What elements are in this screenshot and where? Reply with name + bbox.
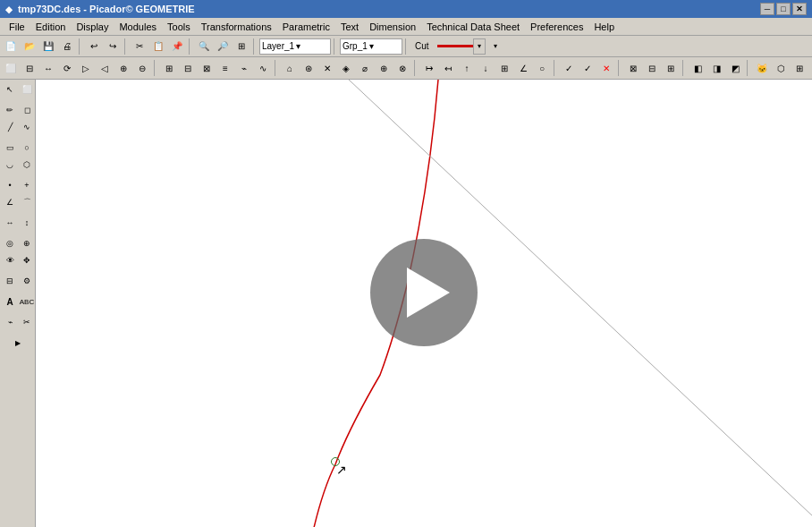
menu-item-file[interactable]: File [4,20,30,34]
tb2-btn7[interactable]: ⊕ [114,59,132,77]
tb2-btn3[interactable]: ↔ [39,59,57,77]
tb2-btn1[interactable]: ⬜ [2,59,20,77]
copy-button[interactable]: 📋 [149,38,167,55]
circle-tool[interactable]: ○ [19,140,35,156]
line-tool[interactable]: ╱ [2,119,18,135]
layer-chevron[interactable]: ▾ [296,41,300,51]
erase-tool[interactable]: ◻ [19,102,35,118]
tb2-btn35[interactable]: ◧ [689,59,706,77]
menu-item-technical-data-sheet[interactable]: Technical Data Sheet [421,20,525,34]
tb2-btn32[interactable]: ⊠ [624,59,642,77]
canvas-area[interactable]: ↗ [36,80,812,527]
move-tool[interactable]: ✥ [19,252,35,268]
angle-tool[interactable]: ∠ [2,194,18,210]
cut-expand[interactable]: ▾ [486,38,504,55]
tb2-btn15[interactable]: ⌂ [281,59,299,77]
group-chevron[interactable]: ▾ [369,41,374,51]
new-button[interactable]: 📄 [2,38,20,55]
menu-item-display[interactable]: Display [71,20,114,34]
play-button[interactable] [370,239,478,346]
cut-line-dropdown[interactable]: ▾ [473,38,486,55]
gear-tool[interactable]: ⚙ [19,273,35,289]
menu-item-edition[interactable]: Edition [30,20,72,34]
cut-button[interactable]: ✂ [131,38,148,55]
undo-button[interactable]: ↩ [85,38,103,55]
menu-item-tools[interactable]: Tools [162,20,196,34]
rect-tool[interactable]: ▭ [2,140,18,156]
text-tool[interactable]: A [2,293,18,310]
poly-tool[interactable]: ⬡ [19,157,35,173]
zoom-in-button[interactable]: 🔍 [195,38,213,55]
cut-scissors-tool[interactable]: ✂ [19,314,35,330]
tb2-btn25[interactable]: ↓ [477,59,495,77]
tb2-btn21[interactable]: ⊗ [393,59,411,77]
eye-tool[interactable]: 👁 [2,252,18,268]
menu-item-text[interactable]: Text [335,20,364,34]
tb2-btn20[interactable]: ⊕ [375,59,393,77]
paste-button[interactable]: 📌 [168,38,186,55]
group-dropdown[interactable]: Grp_1 ▾ [340,38,402,55]
tb2-btn24[interactable]: ↑ [458,59,476,77]
zoom-fit-button[interactable]: ⊞ [233,38,250,55]
tb2-btn19[interactable]: ⌀ [356,59,374,77]
select-tool[interactable]: ↖ [2,81,18,98]
layers-tool[interactable]: ⊟ [2,273,18,289]
tb2-btn30[interactable]: ✓ [579,59,596,77]
weld-tool[interactable]: ⌁ [2,314,18,330]
open-button[interactable]: 📂 [21,38,38,55]
minimize-button[interactable]: ─ [760,3,774,15]
tb2-btn18[interactable]: ◈ [337,59,355,77]
zoom-rect-tool[interactable]: ⬜ [19,81,35,98]
tb2-btn22[interactable]: ↦ [420,59,438,77]
abc-tool[interactable]: ABC [19,293,35,310]
tb2-btn12[interactable]: ≡ [216,59,234,77]
tb2-btn9[interactable]: ⊞ [160,59,178,77]
tb2-btn31[interactable]: ✕ [597,59,615,77]
tb2-btn29[interactable]: ✓ [560,59,578,77]
tb2-btn8[interactable]: ⊖ [133,59,151,77]
tb2-btn40[interactable]: ⊞ [791,59,808,77]
pencil-tool[interactable]: ✏ [2,102,18,118]
tb2-btn28[interactable]: ○ [533,59,551,77]
tb2-btn13[interactable]: ⌁ [235,59,253,77]
tb2-btn26[interactable]: ⊞ [495,59,513,77]
layer-dropdown[interactable]: Layer_1 ▾ [259,38,331,55]
arc2-tool[interactable]: ⌒ [19,194,35,210]
tb2-btn39[interactable]: ⬡ [772,59,790,77]
tb2-btn10[interactable]: ⊟ [179,59,197,77]
point-tool[interactable]: • [2,177,18,193]
tb2-btn14[interactable]: ∿ [254,59,272,77]
menu-item-help[interactable]: Help [588,20,620,34]
menu-item-dimension[interactable]: Dimension [364,20,421,34]
tb2-btn16[interactable]: ⊛ [300,59,317,77]
menu-item-parametric[interactable]: Parametric [277,20,335,34]
tb2-btn4[interactable]: ⟳ [58,59,76,77]
tb2-btn23[interactable]: ↤ [439,59,457,77]
redo-button[interactable]: ↪ [104,38,122,55]
close-button[interactable]: ✕ [792,3,807,15]
tb2-btn27[interactable]: ∠ [514,59,532,77]
save-button[interactable]: 💾 [39,38,57,55]
maximize-button[interactable]: □ [776,3,791,15]
tb2-btn6[interactable]: ◁ [96,59,114,77]
zoom-out-button[interactable]: 🔎 [214,38,232,55]
cross-tool[interactable]: + [19,177,35,193]
tb2-btn5[interactable]: ▷ [77,59,95,77]
snap-point-tool[interactable]: ⊕ [19,235,35,251]
print-button[interactable]: 🖨 [58,38,76,55]
dim-h-tool[interactable]: ↔ [2,215,18,231]
tb2-btn17[interactable]: ✕ [318,59,336,77]
dim-v-tool[interactable]: ↕ [19,215,35,231]
tb2-btn2[interactable]: ⊟ [21,59,38,77]
tb2-btn36[interactable]: ◨ [707,59,725,77]
expand-tool[interactable]: ▶ [2,335,34,351]
menu-item-modules[interactable]: Modules [114,20,162,34]
tb2-btn11[interactable]: ⊠ [198,59,216,77]
menu-item-preferences[interactable]: Preferences [525,20,588,34]
snap-circle-tool[interactable]: ◎ [2,235,18,251]
curve-tool[interactable]: ∿ [19,119,35,135]
tb2-btn38[interactable]: 🐱 [753,59,771,77]
arc-tool[interactable]: ◡ [2,157,18,173]
tb2-btn37[interactable]: ◩ [726,59,744,77]
tb2-btn34[interactable]: ⊞ [662,59,680,77]
